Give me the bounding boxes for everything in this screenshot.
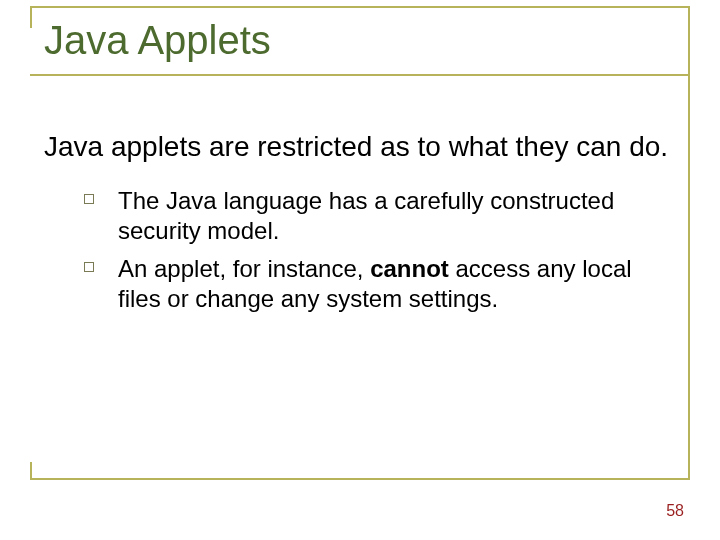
list-item-text: The Java language has a carefully constr… [118, 187, 614, 244]
square-bullet-icon [84, 194, 94, 204]
list-item-text: An applet, for instance, cannot access a… [118, 255, 632, 312]
title-underline [30, 74, 690, 76]
list-item-bold: cannot [370, 255, 449, 282]
list-item-prefix: An applet, for instance, [118, 255, 370, 282]
square-bullet-icon [84, 262, 94, 272]
bullet-list: The Java language has a carefully constr… [44, 186, 670, 314]
list-item: The Java language has a carefully constr… [84, 186, 670, 246]
list-item: An applet, for instance, cannot access a… [84, 254, 670, 314]
lead-text: Java applets are restricted as to what t… [44, 130, 670, 164]
slide-body: Java applets are restricted as to what t… [44, 130, 670, 322]
slide-title: Java Applets [44, 18, 271, 63]
page-number: 58 [666, 502, 684, 520]
slide: Java Applets Java applets are restricted… [0, 0, 720, 540]
